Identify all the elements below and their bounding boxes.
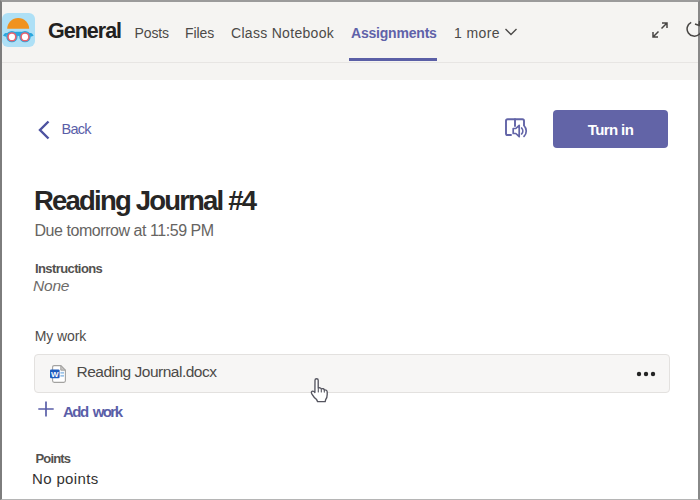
svg-text:W: W xyxy=(51,369,59,378)
